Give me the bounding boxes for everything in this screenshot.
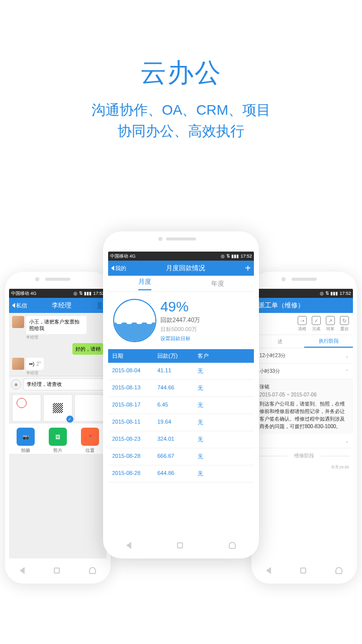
toolbar: ⇢流程 ✓完成 ↗转发 ↻重启 (255, 313, 353, 335)
period-tabs: 月度 年度 (108, 276, 254, 292)
target-amount: 目标5000.00万 (160, 326, 249, 333)
nav-home-icon[interactable] (335, 567, 342, 574)
chevron-down-icon: ⌄ (345, 353, 349, 359)
back-button[interactable]: 我的 (111, 265, 126, 272)
action-bar: 📷拍摄 🖼照片 📍位置 (9, 424, 107, 454)
camera-action[interactable]: 📷拍摄 (11, 428, 40, 454)
phone-left-mockup: 中国移动 4G ◎ ⇅ ▮▮▮ 17:52 私信 李经理 👤 小王，请把客户发票… (5, 272, 111, 584)
restart-button[interactable]: ↻重启 (340, 316, 349, 332)
message-bubble[interactable]: 好的，请稍 (72, 343, 104, 355)
chat-header: 私信 李经理 👤 (9, 298, 107, 313)
attachment-thumb[interactable] (12, 394, 41, 422)
check-icon: ✓ (66, 416, 73, 423)
chat-title: 李经理 (27, 301, 96, 310)
task-description: 到达客户公司后，请签到、拍照，在维修前和维修后都请拍照记录，并务必让客户签名确认… (259, 400, 349, 430)
tab-description[interactable]: 述 (255, 335, 304, 348)
forward-button[interactable]: ↗转发 (326, 316, 335, 332)
payment-summary: 49% 回款2447.40万 目标5000.00万 设置回款目标 (108, 292, 254, 349)
sender-label: 李经理 (26, 335, 107, 340)
chevron-down-icon: ⌄ (345, 438, 349, 444)
done-button[interactable]: ✓完成 (312, 316, 321, 332)
restart-icon: ↻ (340, 316, 349, 325)
status-bar: 中国移动 4G ◎ ⇅ ▮▮▮ 17:52 (108, 252, 254, 261)
workorder-header: 派工单（维修） (255, 298, 353, 313)
payment-header: 我的 月度回款情况 + (108, 261, 254, 276)
photo-action[interactable]: 🖼照片 (43, 428, 72, 454)
sender-label: 李经理 (26, 370, 107, 376)
message-bubble[interactable]: 小王，请把客户发票拍照给我 (26, 316, 86, 334)
back-button[interactable]: 私信 (12, 302, 27, 309)
attachment-thumb[interactable] (74, 394, 104, 422)
status-bar: ◎ ⇅ ▮▮▮ 17:52 (255, 289, 353, 298)
phase-detail: 张铭 2015-07-05 ~ 2015-07-06 到达客户公司后，请签到、拍… (255, 379, 353, 434)
person-icon[interactable]: 👤 (96, 302, 104, 309)
hero-subtitle: 沟通协作、OA、CRM、项目 协同办公、高效执行 (0, 100, 362, 142)
mic-button[interactable]: ◉ (11, 379, 21, 389)
attachment-grid: ✓ (9, 392, 107, 424)
chat-input-bar: ◉ 李经理，请查收 (9, 376, 107, 392)
phone-right-mockup: ◎ ⇅ ▮▮▮ 17:52 派工单（维修） ⇢流程 ✓完成 ↗转发 ↻重启 述 … (251, 272, 357, 584)
table-row[interactable]: 2015-08-28644.86无 (108, 465, 254, 482)
nav-home-icon[interactable] (229, 542, 236, 549)
chat-input[interactable]: 李经理，请查收 (23, 378, 105, 390)
voice-message[interactable]: ••)2" (26, 358, 44, 370)
message-row: ••)2" (9, 355, 107, 370)
progress-percent: 49% (160, 299, 249, 315)
phone-center-mockup: 中国移动 4G ◎ ⇅ ▮▮▮ 17:52 我的 月度回款情况 + 月度 年度 … (103, 231, 259, 558)
flow-button[interactable]: ⇢流程 (298, 316, 307, 332)
tab-year[interactable]: 年度 (181, 276, 254, 291)
table-row[interactable]: 2015-08-28666.67无 (108, 448, 254, 465)
message-row: 好的，请稍 (9, 340, 107, 355)
tab-month[interactable]: 月度 (108, 276, 181, 291)
table-row[interactable]: 2015-08-13744.66无 (108, 380, 254, 397)
payment-title: 月度回款情况 (126, 264, 245, 273)
tab-phase[interactable]: 执行阶段 (304, 335, 353, 348)
phase-row[interactable]: 小时33分⌃ (255, 364, 353, 379)
attachment-thumb[interactable]: ✓ (43, 394, 72, 422)
pin-icon: 📍 (87, 434, 93, 440)
timestamp: 今天15:30 (255, 463, 353, 471)
avatar[interactable] (12, 316, 24, 328)
nav-recent-icon[interactable] (300, 568, 306, 574)
avatar[interactable] (12, 358, 24, 370)
nav-back-icon[interactable] (266, 567, 271, 574)
table-header: 日期 回款(万) 客户 (108, 349, 254, 363)
phase-row[interactable]: ⌄ (255, 434, 353, 448)
set-target-link[interactable]: 设置回款目标 (160, 335, 191, 342)
phase-row[interactable]: 12小时23分⌄ (255, 348, 353, 364)
table-row[interactable]: 2015-08-23324.01无 (108, 431, 254, 448)
status-bar: 中国移动 4G ◎ ⇅ ▮▮▮ 17:52 (9, 289, 107, 298)
hero-section: 云办公 沟通协作、OA、CRM、项目 协同办公、高效执行 (0, 0, 362, 142)
chevron-left-icon (111, 266, 114, 271)
progress-circle (113, 299, 156, 342)
nav-recent-icon[interactable] (54, 568, 60, 574)
table-row[interactable]: 2015-08-176.45无 (108, 397, 254, 414)
nav-recent-icon[interactable] (177, 542, 183, 548)
message-row: 小王，请把客户发票拍照给我 (9, 313, 107, 334)
assignee-name: 张铭 (259, 383, 349, 390)
sound-icon: ••) (29, 361, 34, 367)
sub-tabs: 述 执行阶段 (255, 335, 353, 348)
workorder-title: 派工单（维修） (258, 301, 350, 310)
chevron-left-icon (12, 303, 15, 308)
table-row[interactable]: 2015-08-1119.64无 (108, 414, 254, 431)
nav-home-icon[interactable] (89, 567, 96, 574)
chevron-up-icon: ⌃ (345, 369, 349, 374)
table-row[interactable]: 2015-08-0441.11无 (108, 363, 254, 380)
phase-divider: 维修阶段 (255, 448, 353, 463)
share-icon: ↗ (326, 316, 335, 325)
image-icon: 🖼 (55, 434, 60, 440)
collected-amount: 回款2447.40万 (160, 316, 249, 325)
camera-icon: 📷 (23, 434, 29, 440)
date-range: 2015-07-05 ~ 2015-07-06 (259, 392, 349, 397)
nav-back-icon[interactable] (126, 542, 131, 549)
location-action[interactable]: 📍位置 (75, 428, 105, 454)
hero-title: 云办公 (0, 55, 362, 91)
flow-icon: ⇢ (298, 316, 307, 325)
nav-back-icon[interactable] (20, 567, 25, 574)
check-icon: ✓ (312, 316, 321, 325)
add-button[interactable]: + (245, 263, 251, 274)
